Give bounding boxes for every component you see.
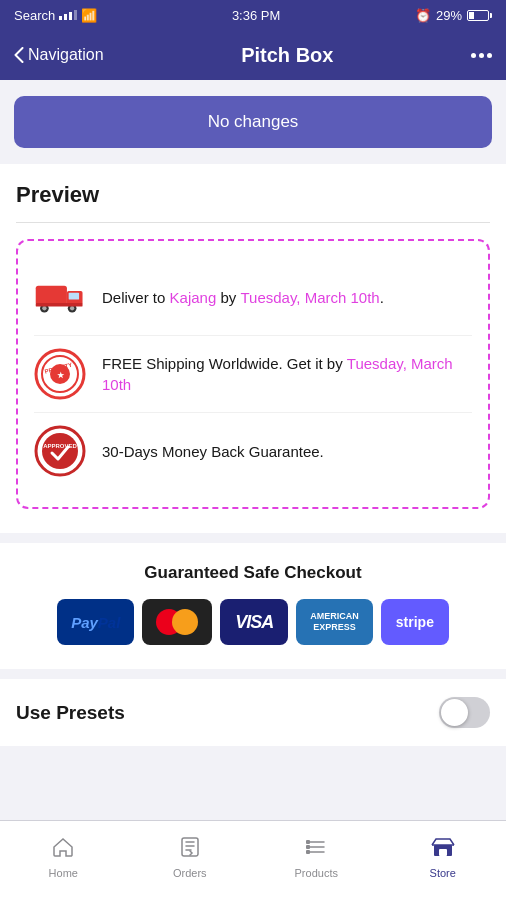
svg-text:★: ★	[57, 371, 65, 380]
preview-section: Preview	[0, 164, 506, 533]
svg-point-14	[42, 433, 78, 469]
presets-section: Use Presets	[0, 679, 506, 746]
stripe-badge: stripe	[381, 599, 449, 645]
toggle-knob	[441, 699, 468, 726]
store-icon	[431, 835, 455, 863]
back-label: Navigation	[28, 46, 104, 64]
products-label: Products	[295, 867, 338, 879]
approved-icon: APPROVED	[34, 425, 86, 477]
no-changes-section: No changes	[0, 80, 506, 164]
orders-label: Orders	[173, 867, 207, 879]
truck-icon	[34, 271, 86, 323]
mastercard-circles	[156, 609, 198, 635]
presets-toggle[interactable]	[439, 697, 490, 728]
preview-title: Preview	[16, 182, 490, 208]
moneyback-pitch-item: APPROVED 30-Days Money Back Guarantee.	[34, 413, 472, 489]
svg-rect-7	[36, 303, 83, 306]
battery-icon	[467, 10, 492, 21]
orders-icon	[178, 835, 202, 863]
divider	[16, 222, 490, 223]
moneyback-text: 30-Days Money Back Guarantee.	[102, 441, 324, 462]
home-icon	[51, 835, 75, 863]
tab-store[interactable]: Store	[380, 821, 507, 900]
delivery-text: Deliver to Kajang by Tuesday, March 10th…	[102, 287, 384, 308]
svg-rect-2	[69, 293, 79, 300]
shipping-text: FREE Shipping Worldwide. Get it by Tuesd…	[102, 353, 472, 395]
visa-badge: VISA	[220, 599, 288, 645]
status-left: Search 📶	[14, 8, 97, 23]
time-display: 3:36 PM	[232, 8, 280, 23]
no-changes-button[interactable]: No changes	[14, 96, 492, 148]
signal-icon	[59, 10, 77, 20]
status-bar: Search 📶 3:36 PM ⏰ 29%	[0, 0, 506, 30]
svg-rect-19	[306, 850, 310, 854]
presets-label: Use Presets	[16, 702, 125, 724]
shipping-pitch-item: PRIORITY ★ FREE Shipping Worldwide. Get …	[34, 336, 472, 413]
battery-text: 29%	[436, 8, 462, 23]
main-content: No changes Preview	[0, 80, 506, 826]
carrier-text: Search	[14, 8, 55, 23]
amex-badge: AMERICANEXPRESS	[296, 599, 373, 645]
more-button[interactable]	[471, 53, 492, 58]
svg-rect-18	[306, 845, 310, 849]
tab-orders[interactable]: Orders	[127, 821, 254, 900]
tab-products[interactable]: Products	[253, 821, 380, 900]
svg-rect-17	[306, 840, 310, 844]
checkout-title: Guaranteed Safe Checkout	[16, 563, 490, 583]
alarm-icon: ⏰	[415, 8, 431, 23]
home-label: Home	[49, 867, 78, 879]
paypal-badge: PayPal	[57, 599, 134, 645]
tab-home[interactable]: Home	[0, 821, 127, 900]
svg-text:APPROVED: APPROVED	[43, 443, 77, 449]
priority-icon: PRIORITY ★	[34, 348, 86, 400]
wifi-icon: 📶	[81, 8, 97, 23]
products-icon	[304, 835, 328, 863]
mastercard-badge	[142, 599, 212, 645]
tab-bar: Home Orders Products	[0, 820, 506, 900]
delivery-pitch-item: Deliver to Kajang by Tuesday, March 10th…	[34, 259, 472, 336]
navigation-bar: Navigation Pitch Box	[0, 30, 506, 80]
back-button[interactable]: Navigation	[14, 46, 104, 64]
status-right: ⏰ 29%	[415, 8, 492, 23]
svg-point-6	[70, 306, 74, 310]
svg-rect-21	[439, 849, 447, 856]
svg-point-4	[42, 306, 46, 310]
checkout-section: Guaranteed Safe Checkout PayPal VISA AME…	[0, 543, 506, 669]
store-label: Store	[430, 867, 456, 879]
svg-rect-16	[182, 838, 198, 856]
payment-icons: PayPal VISA AMERICANEXPRESS stripe	[16, 599, 490, 645]
pitch-card: Deliver to Kajang by Tuesday, March 10th…	[16, 239, 490, 509]
svg-rect-0	[36, 286, 67, 305]
page-title: Pitch Box	[241, 44, 333, 67]
